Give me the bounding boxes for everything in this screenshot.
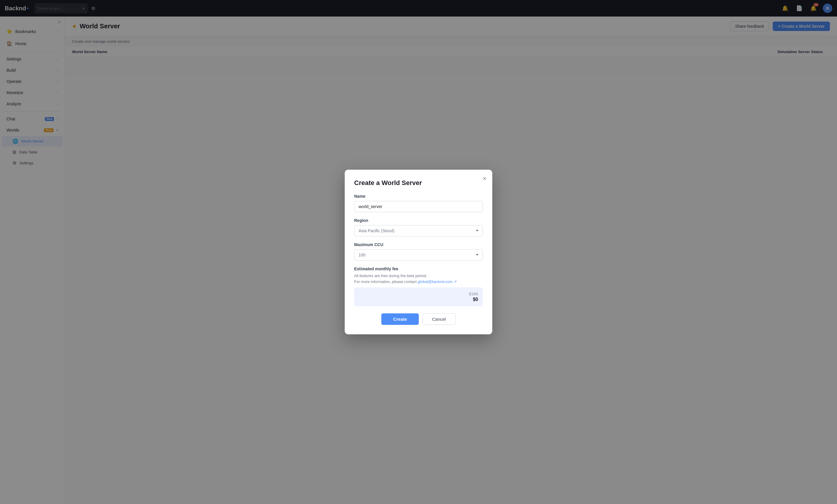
ccu-select[interactable]: 100 500 1000 5000: [354, 249, 483, 260]
fee-desc: All features are free during the beta pe…: [354, 273, 483, 285]
fee-section: Estimated monthly fee All features are f…: [354, 267, 483, 306]
create-world-server-modal: Create a World Server × Name Region Asia…: [345, 170, 492, 334]
fee-current: $0: [359, 297, 478, 302]
name-label: Name: [354, 194, 483, 199]
region-select[interactable]: Asia Pacific (Seoul) US East (N. Virgini…: [354, 225, 483, 236]
modal-footer: Create Cancel: [354, 313, 483, 325]
modal-title: Create a World Server: [354, 179, 483, 187]
region-label: Region: [354, 218, 483, 223]
fee-desc-1: All features are free during the beta pe…: [354, 273, 427, 278]
fee-desc-2: For more information, please contact: [354, 280, 417, 284]
fee-link[interactable]: global@backnd.com ↗: [417, 280, 457, 284]
fee-original: $180: [359, 291, 478, 296]
fee-box: $180 $0: [354, 287, 483, 306]
modal-overlay[interactable]: Create a World Server × Name Region Asia…: [0, 0, 837, 504]
modal-create-button[interactable]: Create: [381, 313, 419, 325]
name-input[interactable]: [354, 201, 483, 212]
ccu-form-group: Maximum CCU 100 500 1000 5000: [354, 242, 483, 260]
name-form-group: Name: [354, 194, 483, 212]
region-form-group: Region Asia Pacific (Seoul) US East (N. …: [354, 218, 483, 236]
fee-label: Estimated monthly fee: [354, 267, 483, 271]
modal-close-button[interactable]: ×: [483, 176, 486, 181]
modal-cancel-button[interactable]: Cancel: [422, 313, 456, 325]
ccu-label: Maximum CCU: [354, 242, 483, 247]
